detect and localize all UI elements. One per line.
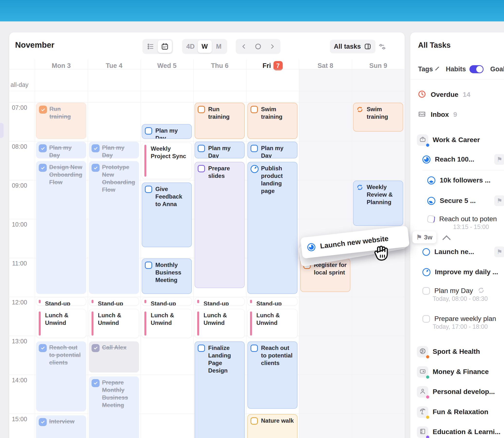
calendar-event[interactable]: Stand-up xyxy=(195,297,245,306)
calendar-event[interactable]: Lunch & Unwind xyxy=(247,309,298,338)
checkbox-icon[interactable] xyxy=(422,287,430,295)
calendar-event[interactable]: Monthly Business Meeting xyxy=(142,258,192,294)
checked-checkbox-icon[interactable] xyxy=(39,344,47,352)
sidebar-item-money-finance[interactable]: Money & Finance xyxy=(417,364,489,379)
next-week-button[interactable] xyxy=(265,40,279,53)
pie-progress-icon[interactable] xyxy=(422,268,430,276)
checkbox-icon[interactable] xyxy=(198,345,205,352)
calendar-event[interactable]: Lunch & Unwind xyxy=(36,309,86,338)
left-edge-panel-handle[interactable] xyxy=(0,123,4,138)
range-4d-button[interactable]: 4D xyxy=(183,40,198,53)
calendar-event[interactable]: Stand-up xyxy=(89,297,139,306)
checkbox-icon[interactable] xyxy=(251,417,258,425)
calendar-event[interactable]: Prototype New Onboarding Flow xyxy=(89,161,139,294)
pie-progress-icon[interactable] xyxy=(427,176,435,185)
calendar-event[interactable]: Weekly Project Sync xyxy=(142,142,192,179)
calendar-event[interactable]: Reach out to potential clients xyxy=(247,341,298,409)
calendar-event[interactable]: Weekly Review & Planning xyxy=(353,181,403,226)
repeat-icon[interactable] xyxy=(356,106,364,115)
repeat-icon[interactable] xyxy=(356,184,364,193)
sidebar-item-10k-followers[interactable]: 10k followers ... xyxy=(427,173,491,188)
checked-checkbox-icon[interactable] xyxy=(39,418,47,426)
sidebar-item-sport-health[interactable]: Sport & Health xyxy=(417,344,480,359)
today-button[interactable] xyxy=(251,40,265,53)
sidebar-item-education[interactable]: Education & Learni... xyxy=(417,425,500,438)
checkbox-icon[interactable] xyxy=(251,345,258,352)
sliders-icon xyxy=(378,42,387,51)
flag-pill[interactable]: ⚑ xyxy=(494,246,504,257)
flag-pill[interactable]: ⚑ xyxy=(494,195,504,206)
tags-dropdown[interactable]: Tags xyxy=(418,66,433,73)
calendar-event[interactable]: Nature walk xyxy=(247,414,298,438)
checkbox-icon[interactable] xyxy=(145,262,152,269)
sidebar-item-inbox[interactable]: Inbox9 xyxy=(418,107,457,122)
calendar-event[interactable]: Prepare slides xyxy=(195,162,245,288)
toggle-knob xyxy=(476,66,483,73)
sidebar-item-personal-dev[interactable]: Personal develop... xyxy=(417,384,495,399)
checked-checkbox-icon[interactable] xyxy=(91,344,100,352)
calendar-event[interactable]: Swim training xyxy=(353,103,403,132)
calendar-event[interactable]: Plan my Day xyxy=(36,142,86,158)
checkbox-icon[interactable] xyxy=(198,145,205,152)
checkbox-icon[interactable] xyxy=(145,186,152,193)
calendar-event[interactable]: Plan my Day xyxy=(247,142,298,158)
range-month-button[interactable]: M xyxy=(212,40,226,53)
calendar-event[interactable]: Lunch & Unwind xyxy=(195,309,245,338)
sidebar-item-reach-100[interactable]: Reach 100... xyxy=(422,152,474,167)
event-title: Nature walk xyxy=(261,417,295,424)
calendar-event[interactable]: Plan my Day xyxy=(142,124,192,139)
pie-progress-icon[interactable] xyxy=(251,165,258,173)
list-view-button[interactable] xyxy=(144,40,158,53)
checked-checkbox-icon[interactable] xyxy=(39,106,47,114)
pie-progress-icon[interactable] xyxy=(427,197,435,205)
project-color-dot xyxy=(426,436,429,438)
sidebar-item-secure-5[interactable]: Secure 5 ... xyxy=(427,193,476,208)
calendar-event[interactable]: Prepare Monthly Business Meeting xyxy=(89,376,139,438)
checkbox-icon[interactable] xyxy=(422,315,430,323)
calendar-event[interactable]: Stand-up xyxy=(142,297,192,306)
calendar-event[interactable]: Stand-up xyxy=(36,297,86,306)
sidebar-item-overdue[interactable]: Overdue14 xyxy=(418,87,470,102)
prev-week-button[interactable] xyxy=(237,40,251,53)
calendar-event[interactable]: Lunch & Unwind xyxy=(89,309,139,338)
goal-circle-icon[interactable] xyxy=(422,248,430,256)
checked-checkbox-icon[interactable] xyxy=(91,164,100,172)
calendar-event[interactable]: Design New Onboarding Flow xyxy=(36,161,86,294)
range-week-button[interactable]: W xyxy=(198,40,212,53)
pie-progress-icon[interactable] xyxy=(422,155,430,164)
calendar-event[interactable]: Lunch & Unwind xyxy=(142,309,192,338)
checked-checkbox-icon[interactable] xyxy=(91,379,100,387)
all-tasks-filter-button[interactable]: All tasks xyxy=(330,40,375,53)
calendar-event[interactable]: Finalize Landing Page Design xyxy=(195,341,245,438)
checkbox-icon[interactable] xyxy=(251,145,258,152)
checkbox-icon[interactable] xyxy=(198,165,205,172)
checkbox-icon[interactable] xyxy=(198,106,205,113)
sidebar-item-fun-relax[interactable]: Fun & Relaxation xyxy=(417,405,488,419)
checkbox-icon[interactable] xyxy=(427,215,435,223)
calendar-event[interactable]: Interview xyxy=(36,415,86,438)
calendar-event[interactable]: Run training xyxy=(195,103,245,139)
calendar-event[interactable]: Plan my Day xyxy=(89,142,139,158)
habits-toggle[interactable] xyxy=(470,65,483,73)
calendar-event[interactable]: Reach out to potential clients xyxy=(36,341,86,411)
item-label: Plan my Day xyxy=(434,287,473,295)
calendar-event[interactable]: Publish product landing page xyxy=(247,162,298,294)
chevron-down-icon[interactable] xyxy=(435,67,439,71)
calendar-view-button[interactable] xyxy=(158,40,172,53)
checked-checkbox-icon[interactable] xyxy=(39,164,47,172)
calendar-event[interactable]: Call Alex xyxy=(89,341,139,372)
checked-checkbox-icon[interactable] xyxy=(39,144,47,152)
checked-checkbox-icon[interactable] xyxy=(91,144,100,152)
sidebar-item-launch-new[interactable]: Launch ne... xyxy=(422,245,474,259)
calendar-event[interactable]: Give Feedback to Anna xyxy=(142,183,192,247)
calendar-event[interactable]: Run training xyxy=(36,103,86,139)
checkbox-icon[interactable] xyxy=(251,106,258,113)
calendar-event[interactable]: Plan my Day xyxy=(195,142,245,158)
calendar-event[interactable]: Swim training xyxy=(247,103,298,139)
checkbox-icon[interactable] xyxy=(145,127,152,135)
flag-pill[interactable]: ⚑ xyxy=(494,154,504,165)
calendar-event[interactable]: Stand-up xyxy=(247,297,298,306)
sidebar-item-work-career[interactable]: Work & Career xyxy=(417,133,480,147)
sidebar-item-improve-daily[interactable]: Improve my daily ... xyxy=(422,265,498,279)
view-options-button[interactable] xyxy=(377,41,388,52)
